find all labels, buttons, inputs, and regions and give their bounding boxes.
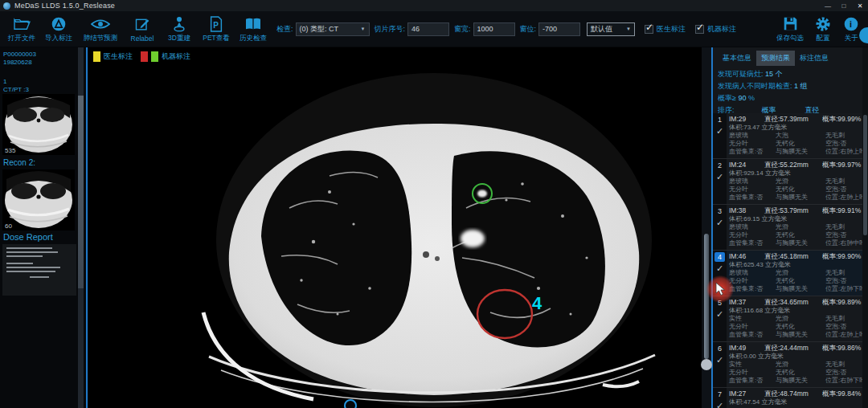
machine-red-swatch <box>141 51 148 62</box>
window-width-input[interactable]: 1000 <box>473 22 515 36</box>
nodule-item[interactable]: 2 ✓ IM:24直径:55.22mm概率:99.97% 体积:929.14 立… <box>713 159 868 205</box>
nodule-item[interactable]: 7 ✓ IM:27直径:48.74mm概率:99.84% 体积:47.54 立方… <box>713 388 868 408</box>
doctor-color-swatch <box>93 51 100 62</box>
main-toolbar: 打开文件 导入标注 肺结节预测 Relabel 3D重建 <box>0 11 868 47</box>
book-icon <box>244 15 262 33</box>
sidebar-divider <box>86 47 88 408</box>
window-width-label: 窗宽: <box>454 24 471 35</box>
check-icon: ✓ <box>696 22 704 33</box>
nodule-rank: 2 <box>714 161 725 170</box>
settings-button[interactable]: 配置 <box>809 12 837 46</box>
pet-view-button[interactable]: P PET查看 <box>198 12 235 46</box>
nodule-checkbox[interactable]: ✓ <box>716 309 723 320</box>
ct-viewport[interactable]: 医生标注 机器标注 <box>88 47 702 408</box>
gear-icon <box>815 15 831 33</box>
nodule-item-selected[interactable]: 4 ✓ IM:46直径:45.18mm概率:99.90% 体积:625.43 立… <box>713 251 868 296</box>
followup-count-line: 发现病人不同时期检查: 1 组 <box>713 80 868 92</box>
pet-document-icon: P <box>209 15 223 33</box>
nodule-checkbox[interactable]: ✓ <box>716 263 723 274</box>
nodule-checkbox[interactable]: ✓ <box>716 172 723 182</box>
recon-series-caption: Recon 2: <box>3 158 35 167</box>
slice-label: 切片序号: <box>375 24 406 35</box>
nodule-rank: 1 <box>714 115 725 124</box>
chevron-down-icon: ▼ <box>361 27 366 31</box>
nodule-predict-button[interactable]: 肺结节预测 <box>77 12 124 46</box>
legend-doctor-label: 医生标注 <box>104 51 133 62</box>
panel-tabs: 基本信息 预测结果 标注信息 <box>713 47 868 67</box>
slice-slider-handle[interactable] <box>344 399 357 408</box>
nodule-item[interactable]: 3 ✓ IM:38直径:53.79mm概率:99.91% 体积:69.15 立方… <box>713 205 868 251</box>
floppy-save-icon <box>783 15 798 33</box>
tab-prediction-results[interactable]: 预测结果 <box>756 51 795 66</box>
tab-basic-info[interactable]: 基本信息 <box>718 51 756 66</box>
nodule-rank: 6 <box>714 344 725 353</box>
series-thumbnail-1[interactable]: 535 <box>2 94 75 155</box>
patient-birthdate: 19820628 <box>0 59 86 67</box>
nodule-checkbox[interactable]: ✓ <box>716 355 723 365</box>
recon-3d-button[interactable]: 3D重建 <box>161 12 198 46</box>
eye-icon <box>91 15 110 33</box>
import-annotation-button[interactable]: 导入标注 <box>40 12 77 46</box>
history-exam-button[interactable]: 历史检查 <box>235 12 272 46</box>
panel-scrollbar[interactable] <box>862 47 868 408</box>
edit-pencil-icon <box>134 16 150 34</box>
exam-label: 检查: <box>276 24 293 35</box>
sidebar-scrollbar[interactable] <box>78 47 84 408</box>
maximize-button[interactable]: □ <box>836 1 852 11</box>
relabel-button[interactable]: Relabel <box>124 12 161 46</box>
check-icon: ✓ <box>645 22 653 33</box>
nodule-checkbox[interactable]: ✓ <box>716 401 723 408</box>
exam-select[interactable]: (0) 类型: CT ▼ <box>296 22 370 36</box>
chevron-down-icon: ▼ <box>626 27 631 31</box>
series-sidebar: P00000003 19820628 1 CT/PT :3 535 Recon … <box>0 47 86 408</box>
machine-annotation-checkbox[interactable]: ✓ 机器标注 <box>695 24 736 35</box>
nodule-list: 1 ✓ IM:29直径:57.39mm概率:99.99% 体积:73.47 立方… <box>713 113 868 408</box>
nodule-rank: 3 <box>714 206 725 216</box>
scrollbar-thumb[interactable] <box>704 234 709 359</box>
figure-3d-icon <box>172 15 186 33</box>
slice-number-input[interactable]: 46 <box>407 22 449 36</box>
preset-select[interactable]: 默认值 ▼ <box>587 22 635 36</box>
series-index: 1 <box>0 78 86 86</box>
ct-axial-image: 4 <box>88 47 702 408</box>
nodule-item[interactable]: 1 ✓ IM:29直径:57.39mm概率:99.99% 体积:73.47 立方… <box>713 113 868 159</box>
slice-scrollbar[interactable] <box>702 47 711 408</box>
title-bar: MeDaS LLDS 1.5.0_Reslease — □ ✕ <box>0 0 868 11</box>
panel-divider <box>711 47 713 408</box>
minimize-button[interactable]: — <box>820 1 836 11</box>
open-file-button[interactable]: 打开文件 <box>3 12 40 46</box>
nodule-checkbox[interactable]: ✓ <box>716 218 723 228</box>
import-icon <box>51 15 67 33</box>
tab-annotation-info[interactable]: 标注信息 <box>795 51 833 66</box>
machine-green-swatch <box>151 51 158 62</box>
open-folder-icon <box>13 15 31 33</box>
dose-report-thumbnail[interactable] <box>2 244 76 296</box>
nodule-marker-label: 4 <box>532 293 542 313</box>
nodule-rank: 5 <box>714 298 725 308</box>
annotation-legend: 医生标注 机器标注 <box>93 51 199 62</box>
scrollbar-knob[interactable] <box>701 359 712 370</box>
application-window: MeDaS LLDS 1.5.0_Reslease — □ ✕ 打开文件 导入标… <box>0 0 868 408</box>
close-button[interactable]: ✕ <box>852 1 868 11</box>
thumbnail-slice-count: 60 <box>5 222 12 230</box>
legend-machine-label: 机器标注 <box>162 51 190 62</box>
app-logo-icon <box>3 2 10 10</box>
results-panel: 基本信息 预测结果 标注信息 发现可疑病灶: 15 个 发现病人不同时期检查: … <box>713 47 868 408</box>
series-modality: CT/PT :3 <box>0 86 86 94</box>
window-level-label: 窗位: <box>520 24 537 35</box>
patient-id: P00000003 <box>0 51 86 59</box>
doctor-annotation-checkbox[interactable]: ✓ 医生标注 <box>645 24 686 35</box>
lesion-count-line: 发现可疑病灶: 15 个 <box>713 67 868 80</box>
nodule-rank: 7 <box>714 390 725 399</box>
info-icon: i <box>843 15 859 33</box>
nodule-checkbox[interactable]: ✓ <box>716 126 723 137</box>
svg-text:i: i <box>850 19 852 29</box>
nodule-rank: 4 <box>714 252 725 262</box>
probability-threshold-line[interactable]: 概率≥ 90 % <box>713 92 868 104</box>
window-title: MeDaS LLDS 1.5.0_Reslease <box>14 2 115 10</box>
save-selection-button[interactable]: 保存勾选 <box>772 12 809 46</box>
series-thumbnail-2[interactable]: 60 <box>2 169 75 231</box>
window-level-input[interactable]: -700 <box>538 22 580 36</box>
nodule-item[interactable]: 5 ✓ IM:37直径:34.65mm概率:99.89% 体积:116.68 立… <box>713 296 868 342</box>
nodule-item[interactable]: 6 ✓ IM:49直径:24.44mm概率:99.86% 体积:0.00 立方毫… <box>713 342 868 388</box>
